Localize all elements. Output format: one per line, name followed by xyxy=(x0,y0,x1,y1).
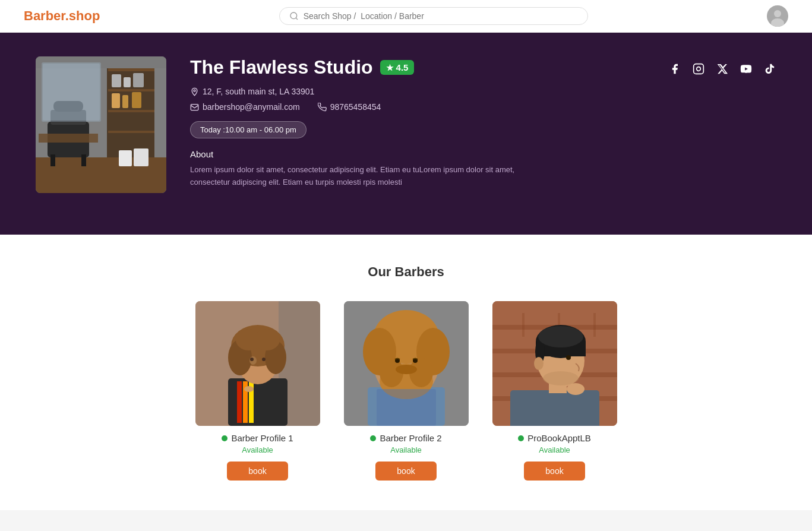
location-icon xyxy=(190,87,199,96)
barber-2-name: Barber Profile 2 xyxy=(380,433,441,443)
header: Barber.shop xyxy=(0,0,812,33)
shop-name: The Flawless Studio xyxy=(190,56,373,78)
barbers-grid: Barber Profile 1 Available book xyxy=(24,301,788,481)
hours-badge: Today :10.00 am - 06.00 pm xyxy=(190,121,307,138)
barber-3-image xyxy=(492,301,617,426)
svg-rect-67 xyxy=(377,389,436,426)
svg-line-1 xyxy=(296,18,298,20)
svg-rect-14 xyxy=(112,74,121,87)
barber-2-availability: Available xyxy=(390,445,422,454)
svg-rect-32 xyxy=(694,64,704,74)
svg-rect-13 xyxy=(108,131,154,133)
barber-3-name: ProBookApptLB xyxy=(527,433,591,443)
svg-point-48 xyxy=(254,329,280,350)
barber-1-book-button[interactable]: book xyxy=(227,462,287,481)
svg-rect-74 xyxy=(522,313,525,337)
about-label: About xyxy=(190,149,776,159)
svg-rect-76 xyxy=(593,313,596,337)
svg-point-50 xyxy=(250,358,254,361)
svg-rect-19 xyxy=(132,92,141,108)
svg-point-87 xyxy=(567,383,584,395)
instagram-icon[interactable] xyxy=(692,62,705,75)
svg-rect-28 xyxy=(134,148,149,166)
logo[interactable]: Barber.shop xyxy=(24,8,100,24)
barber-card-1: Barber Profile 1 Available book xyxy=(195,301,320,481)
address-text: 12, F, south main st, LA 33901 xyxy=(203,87,314,96)
svg-rect-11 xyxy=(108,89,154,91)
phone-item: 98765458454 xyxy=(318,102,381,112)
barbers-title: Our Barbers xyxy=(24,264,788,280)
barber-3-book-button[interactable]: book xyxy=(524,462,584,481)
svg-point-84 xyxy=(566,355,571,360)
svg-point-51 xyxy=(262,358,266,361)
email-item: barbershop@anymail.com xyxy=(190,102,300,112)
barber-1-status-dot xyxy=(222,435,228,441)
svg-rect-27 xyxy=(39,134,98,143)
contact-row: barbershop@anymail.com 98765458454 xyxy=(190,102,776,112)
youtube-icon[interactable] xyxy=(740,62,753,75)
avatar[interactable] xyxy=(767,5,788,27)
barber-photo-1 xyxy=(195,301,320,426)
social-icons xyxy=(668,62,776,75)
barber-3-status-dot xyxy=(518,435,524,441)
barber-1-availability: Available xyxy=(242,445,273,454)
shop-interior-image xyxy=(36,56,166,193)
phone-icon xyxy=(318,103,327,112)
search-icon xyxy=(289,11,299,21)
shop-info: The Flawless Studio ★ 4.5 12, F, south m… xyxy=(190,56,776,189)
svg-rect-16 xyxy=(133,73,144,87)
barber-1-name: Barber Profile 1 xyxy=(231,433,293,443)
rating-badge: ★ 4.5 xyxy=(380,60,415,75)
barber-2-image xyxy=(344,301,469,426)
svg-rect-77 xyxy=(510,390,599,426)
barber-3-availability: Available xyxy=(539,445,570,454)
barber-photo-2 xyxy=(344,301,469,426)
svg-rect-26 xyxy=(43,64,100,121)
address-row: 12, F, south main st, LA 33901 xyxy=(190,87,776,96)
about-text: Lorem ipsum dolor sit amet, consectetur … xyxy=(190,164,546,189)
email-text: barbershop@anymail.com xyxy=(203,102,300,112)
svg-rect-29 xyxy=(119,150,132,166)
svg-rect-39 xyxy=(237,381,242,423)
barber-1-image xyxy=(195,301,320,426)
rating-value: 4.5 xyxy=(396,62,409,72)
svg-point-85 xyxy=(534,357,544,370)
search-input[interactable] xyxy=(304,11,578,21)
barbers-section: Our Barbers xyxy=(0,235,812,510)
phone-text: 98765458454 xyxy=(330,102,381,112)
facebook-icon[interactable] xyxy=(668,62,681,75)
svg-point-83 xyxy=(538,326,583,347)
svg-rect-10 xyxy=(108,68,154,71)
hero-section: The Flawless Studio ★ 4.5 12, F, south m… xyxy=(0,33,812,235)
svg-rect-31 xyxy=(191,104,198,110)
svg-point-0 xyxy=(290,12,297,19)
barber-1-name-row: Barber Profile 1 xyxy=(222,433,293,443)
user-avatar-icon xyxy=(767,5,788,27)
barber-2-book-button[interactable]: book xyxy=(375,462,436,481)
tiktok-icon[interactable] xyxy=(763,62,776,75)
svg-rect-17 xyxy=(112,93,120,108)
shop-image xyxy=(36,56,166,193)
barber-photo-3 xyxy=(492,301,617,426)
twitter-x-icon[interactable] xyxy=(716,62,729,75)
barber-2-status-dot xyxy=(370,435,376,441)
svg-rect-24 xyxy=(81,154,86,166)
svg-rect-23 xyxy=(50,154,55,166)
barber-3-name-row: ProBookApptLB xyxy=(518,433,591,443)
barber-2-name-row: Barber Profile 2 xyxy=(370,433,441,443)
svg-point-66 xyxy=(396,365,417,374)
barber-card-2: Barber Profile 2 Available book xyxy=(344,301,469,481)
barber-card-3: ProBookApptLB Available book xyxy=(492,301,617,481)
svg-point-30 xyxy=(194,90,195,91)
email-icon xyxy=(190,103,199,112)
svg-rect-15 xyxy=(124,77,131,87)
svg-rect-12 xyxy=(108,110,154,112)
star-icon: ★ xyxy=(386,63,394,72)
search-bar xyxy=(279,7,588,25)
svg-point-3 xyxy=(774,10,781,17)
svg-point-52 xyxy=(244,386,254,392)
svg-rect-18 xyxy=(122,95,128,108)
